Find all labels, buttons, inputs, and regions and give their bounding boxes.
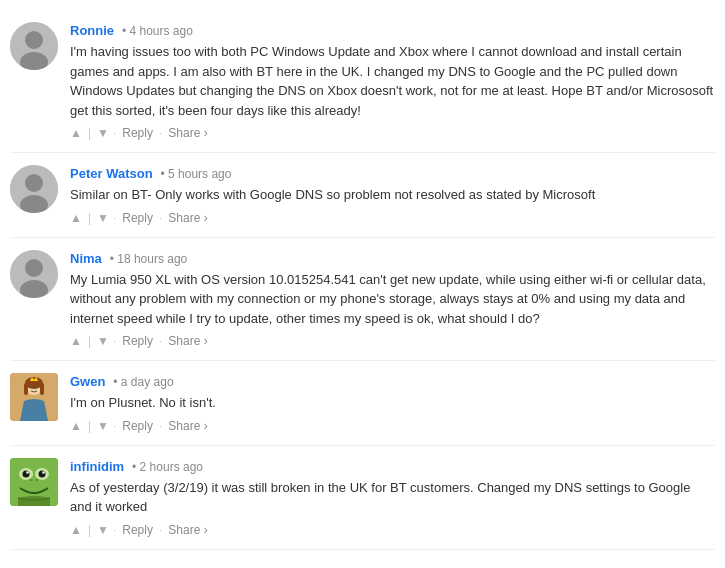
timestamp-infinidim: • 2 hours ago	[132, 460, 203, 474]
svg-point-26	[36, 479, 39, 481]
reply-button-ronnie[interactable]: Reply	[120, 126, 155, 140]
reply-button-nima[interactable]: Reply	[120, 334, 155, 348]
comment-nima: Nima • 18 hours ago My Lumia 950 XL with…	[10, 238, 715, 362]
comment-content-gwen: Gwen • a day ago I'm on Plusnet. No it i…	[70, 373, 715, 433]
svg-point-15	[30, 386, 32, 388]
downvote-nima[interactable]: ▼	[97, 334, 109, 348]
upvote-nima[interactable]: ▲	[70, 334, 82, 348]
downvote-gwen[interactable]: ▼	[97, 419, 109, 433]
comment-content-ronnie: Ronnie • 4 hours ago I'm having issues t…	[70, 22, 715, 140]
svg-point-24	[42, 471, 44, 473]
upvote-peter-watson[interactable]: ▲	[70, 211, 82, 225]
username-nima: Nima	[70, 251, 102, 266]
svg-point-16	[36, 386, 38, 388]
share-button-nima[interactable]: Share ›	[166, 334, 209, 348]
upvote-ronnie[interactable]: ▲	[70, 126, 82, 140]
svg-rect-12	[24, 383, 28, 395]
comment-ronnie: Ronnie • 4 hours ago I'm having issues t…	[10, 10, 715, 153]
username-peter-watson: Peter Watson	[70, 166, 153, 181]
svg-point-7	[25, 259, 43, 277]
comment-header-infinidim: infinidim • 2 hours ago	[70, 458, 715, 474]
comment-peter-watson: Peter Watson • 5 hours ago Similar on BT…	[10, 153, 715, 238]
timestamp-ronnie: • 4 hours ago	[122, 24, 193, 38]
comment-actions-nima: ▲ | ▼ · Reply · Share ›	[70, 334, 715, 348]
username-infinidim: infinidim	[70, 459, 124, 474]
downvote-peter-watson[interactable]: ▼	[97, 211, 109, 225]
comment-content-nima: Nima • 18 hours ago My Lumia 950 XL with…	[70, 250, 715, 349]
comment-header-peter-watson: Peter Watson • 5 hours ago	[70, 165, 715, 181]
downvote-infinidim[interactable]: ▼	[97, 523, 109, 537]
comment-text-peter-watson: Similar on BT- Only works with Google DN…	[70, 185, 715, 205]
svg-point-22	[39, 470, 46, 477]
comment-gwen: Gwen • a day ago I'm on Plusnet. No it i…	[10, 361, 715, 446]
comment-actions-infinidim: ▲ | ▼ · Reply · Share ›	[70, 523, 715, 537]
comment-text-gwen: I'm on Plusnet. No it isn't.	[70, 393, 715, 413]
avatar-ronnie	[10, 22, 58, 70]
timestamp-peter-watson: • 5 hours ago	[160, 167, 231, 181]
svg-point-21	[23, 470, 30, 477]
svg-point-4	[25, 174, 43, 192]
comment-text-nima: My Lumia 950 XL with OS version 10.01525…	[70, 270, 715, 329]
comment-thread: Ronnie • 4 hours ago I'm having issues t…	[0, 10, 725, 550]
upvote-gwen[interactable]: ▲	[70, 419, 82, 433]
svg-rect-13	[40, 383, 44, 395]
svg-point-1	[25, 31, 43, 49]
username-gwen: Gwen	[70, 374, 105, 389]
share-button-peter-watson[interactable]: Share ›	[166, 211, 209, 225]
timestamp-gwen: • a day ago	[113, 375, 173, 389]
comment-content-peter-watson: Peter Watson • 5 hours ago Similar on BT…	[70, 165, 715, 225]
comment-header-nima: Nima • 18 hours ago	[70, 250, 715, 266]
comment-actions-gwen: ▲ | ▼ · Reply · Share ›	[70, 419, 715, 433]
comment-header-ronnie: Ronnie • 4 hours ago	[70, 22, 715, 38]
share-button-gwen[interactable]: Share ›	[166, 419, 209, 433]
comment-text-ronnie: I'm having issues too with both PC Windo…	[70, 42, 715, 120]
avatar-peter-watson	[10, 165, 58, 213]
comment-text-infinidim: As of yesterday (3/2/19) it was still br…	[70, 478, 715, 517]
avatar-nima	[10, 250, 58, 298]
share-button-ronnie[interactable]: Share ›	[166, 126, 209, 140]
reply-button-infinidim[interactable]: Reply	[120, 523, 155, 537]
svg-point-23	[26, 471, 28, 473]
timestamp-nima: • 18 hours ago	[110, 252, 188, 266]
svg-point-25	[30, 479, 33, 481]
avatar-infinidim	[10, 458, 58, 506]
username-ronnie: Ronnie	[70, 23, 114, 38]
share-button-infinidim[interactable]: Share ›	[166, 523, 209, 537]
reply-button-gwen[interactable]: Reply	[120, 419, 155, 433]
comment-header-gwen: Gwen • a day ago	[70, 373, 715, 389]
avatar-gwen	[10, 373, 58, 421]
comment-actions-ronnie: ▲ | ▼ · Reply · Share ›	[70, 126, 715, 140]
reply-button-peter-watson[interactable]: Reply	[120, 211, 155, 225]
upvote-infinidim[interactable]: ▲	[70, 523, 82, 537]
downvote-ronnie[interactable]: ▼	[97, 126, 109, 140]
comment-infinidim: infinidim • 2 hours ago As of yesterday …	[10, 446, 715, 550]
comment-actions-peter-watson: ▲ | ▼ · Reply · Share ›	[70, 211, 715, 225]
comment-content-infinidim: infinidim • 2 hours ago As of yesterday …	[70, 458, 715, 537]
